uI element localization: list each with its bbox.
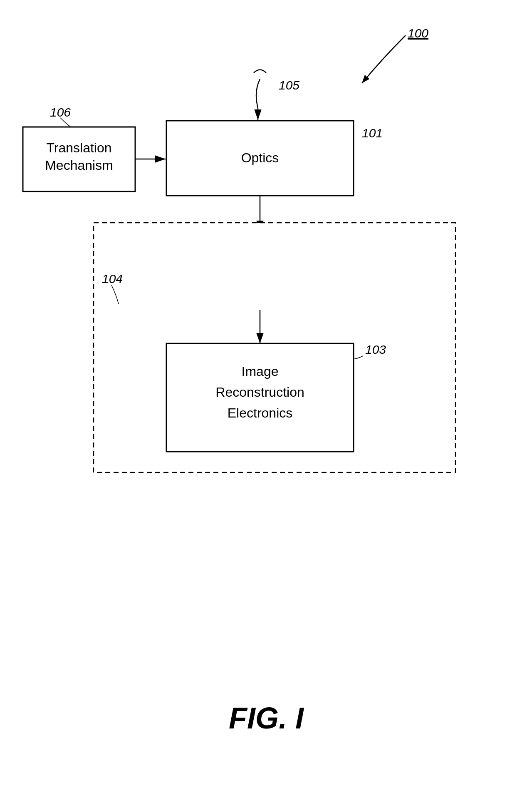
ref-104: 104 <box>102 272 123 286</box>
ref-100: 100 <box>408 26 428 40</box>
ref-105: 105 <box>279 78 299 92</box>
image-reconstruction-label2: Reconstruction <box>215 385 304 400</box>
figure-label: FIG. I <box>229 701 304 735</box>
image-reconstruction-label3: Electronics <box>228 405 293 420</box>
translation-label-line1: Translation <box>46 140 111 155</box>
optics-label: Optics <box>241 150 279 165</box>
image-reconstruction-label1: Image <box>242 364 279 379</box>
ref-101: 101 <box>362 126 383 140</box>
diagram-container: 100 Optics 101 105 <box>0 0 532 788</box>
ref-106: 106 <box>50 105 71 119</box>
translation-label-line2: Mechanism <box>45 158 113 173</box>
ref-103: 103 <box>365 343 386 356</box>
